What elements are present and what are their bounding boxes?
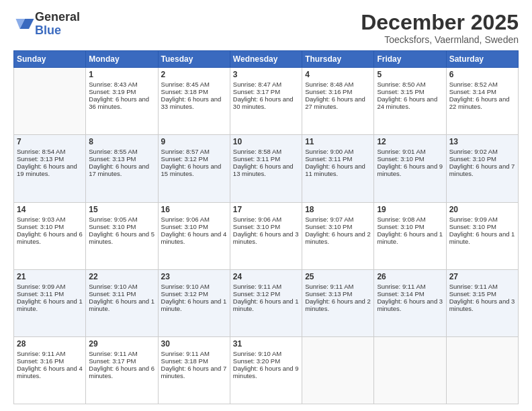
day-number: 2: [161, 70, 227, 79]
daylight-text: Daylight: 6 hours and 1 minute.: [89, 298, 154, 312]
calendar-cell: 9Sunrise: 8:57 AMSunset: 3:12 PMDaylight…: [158, 135, 230, 202]
daylight-text: Daylight: 6 hours and 4 minutes.: [161, 230, 227, 245]
calendar-cell: 10Sunrise: 8:58 AMSunset: 3:11 PMDayligh…: [230, 135, 302, 202]
calendar-cell: 7Sunrise: 8:54 AMSunset: 3:13 PMDaylight…: [14, 135, 86, 202]
sunrise-text: Sunrise: 8:48 AM: [305, 81, 371, 88]
day-header-friday: Friday: [374, 51, 446, 68]
calendar-cell: 30Sunrise: 9:11 AMSunset: 3:18 PMDayligh…: [158, 336, 230, 404]
calendar-cell: 1Sunrise: 8:43 AMSunset: 3:19 PMDaylight…: [86, 68, 158, 135]
day-number: 26: [377, 272, 443, 281]
daylight-text: Daylight: 6 hours and 1 minute.: [17, 298, 83, 312]
sunset-text: Sunset: 3:13 PM: [17, 155, 83, 163]
sunset-text: Sunset: 3:19 PM: [89, 88, 154, 95]
calendar-cell: 8Sunrise: 8:55 AMSunset: 3:13 PMDaylight…: [86, 135, 158, 202]
day-number: 9: [161, 137, 227, 146]
day-number: 19: [377, 205, 443, 214]
calendar-cell: 21Sunrise: 9:09 AMSunset: 3:11 PMDayligh…: [14, 269, 86, 336]
calendar-cell: 17Sunrise: 9:06 AMSunset: 3:10 PMDayligh…: [230, 202, 302, 269]
calendar-cell: 11Sunrise: 9:00 AMSunset: 3:11 PMDayligh…: [302, 135, 374, 202]
sunrise-text: Sunrise: 9:10 AM: [233, 350, 299, 357]
calendar-cell: 26Sunrise: 9:11 AMSunset: 3:14 PMDayligh…: [374, 269, 446, 336]
day-number: 14: [17, 205, 83, 214]
daylight-text: Daylight: 6 hours and 19 minutes.: [17, 163, 83, 177]
daylight-text: Daylight: 6 hours and 7 minutes.: [449, 163, 515, 177]
day-number: 13: [449, 137, 515, 146]
calendar-cell: 24Sunrise: 9:11 AMSunset: 3:12 PMDayligh…: [230, 269, 302, 336]
day-number: 24: [233, 272, 299, 281]
logo-icon: [15, 13, 35, 32]
day-number: 25: [305, 272, 371, 281]
sunset-text: Sunset: 3:11 PM: [17, 290, 83, 298]
calendar-cell: 6Sunrise: 8:52 AMSunset: 3:14 PMDaylight…: [446, 68, 518, 135]
logo-text: General Blue: [35, 11, 80, 38]
calendar-cell: [374, 336, 446, 404]
sunrise-text: Sunrise: 8:52 AM: [449, 81, 515, 88]
sunset-text: Sunset: 3:14 PM: [377, 290, 443, 298]
daylight-text: Daylight: 6 hours and 2 minutes.: [305, 230, 371, 245]
daylight-text: Daylight: 6 hours and 4 minutes.: [17, 365, 83, 379]
day-number: 15: [89, 205, 154, 214]
daylight-text: Daylight: 6 hours and 36 minutes.: [89, 95, 154, 110]
sunset-text: Sunset: 3:10 PM: [161, 223, 227, 230]
calendar-cell: 12Sunrise: 9:01 AMSunset: 3:10 PMDayligh…: [374, 135, 446, 202]
calendar-cell: 4Sunrise: 8:48 AMSunset: 3:16 PMDaylight…: [302, 68, 374, 135]
sunset-text: Sunset: 3:20 PM: [233, 357, 299, 365]
sunrise-text: Sunrise: 9:11 AM: [17, 350, 83, 357]
day-number: 21: [17, 272, 83, 281]
day-number: 17: [233, 205, 299, 214]
calendar-table: SundayMondayTuesdayWednesdayThursdayFrid…: [13, 50, 519, 404]
day-number: 8: [89, 137, 154, 146]
daylight-text: Daylight: 6 hours and 5 minutes.: [89, 230, 154, 245]
daylight-text: Daylight: 6 hours and 1 minute.: [161, 298, 227, 312]
daylight-text: Daylight: 6 hours and 1 minute.: [233, 298, 299, 312]
sunrise-text: Sunrise: 9:09 AM: [17, 283, 83, 290]
day-header-thursday: Thursday: [302, 51, 374, 68]
daylight-text: Daylight: 6 hours and 1 minute.: [377, 230, 443, 245]
calendar-cell: 15Sunrise: 9:05 AMSunset: 3:10 PMDayligh…: [86, 202, 158, 269]
day-number: 1: [89, 70, 154, 79]
day-number: 30: [161, 339, 227, 349]
day-number: 10: [233, 137, 299, 146]
sunset-text: Sunset: 3:15 PM: [377, 88, 443, 95]
sunrise-text: Sunrise: 8:57 AM: [161, 148, 227, 155]
sunrise-text: Sunrise: 9:03 AM: [17, 216, 83, 223]
sunset-text: Sunset: 3:10 PM: [377, 155, 443, 163]
sunset-text: Sunset: 3:11 PM: [305, 155, 371, 163]
sunrise-text: Sunrise: 9:11 AM: [377, 283, 443, 290]
sunset-text: Sunset: 3:15 PM: [449, 290, 515, 298]
sunrise-text: Sunrise: 8:58 AM: [233, 148, 299, 155]
sunrise-text: Sunrise: 9:06 AM: [161, 216, 227, 223]
daylight-text: Daylight: 6 hours and 1 minute.: [449, 230, 515, 245]
daylight-text: Daylight: 6 hours and 3 minutes.: [449, 298, 515, 312]
sunrise-text: Sunrise: 8:54 AM: [17, 148, 83, 155]
day-number: 22: [89, 272, 154, 281]
day-number: 29: [89, 339, 154, 349]
sunrise-text: Sunrise: 9:11 AM: [305, 283, 371, 290]
day-number: 20: [449, 205, 515, 214]
sunset-text: Sunset: 3:13 PM: [305, 290, 371, 298]
calendar-cell: 13Sunrise: 9:02 AMSunset: 3:10 PMDayligh…: [446, 135, 518, 202]
day-number: 5: [377, 70, 443, 79]
logo: General Blue: [13, 11, 80, 38]
week-row-2: 14Sunrise: 9:03 AMSunset: 3:10 PMDayligh…: [14, 202, 519, 269]
calendar-cell: 2Sunrise: 8:45 AMSunset: 3:18 PMDaylight…: [158, 68, 230, 135]
daylight-text: Daylight: 6 hours and 33 minutes.: [161, 95, 227, 110]
calendar-cell: 22Sunrise: 9:10 AMSunset: 3:11 PMDayligh…: [86, 269, 158, 336]
sunrise-text: Sunrise: 9:05 AM: [89, 216, 154, 223]
sunset-text: Sunset: 3:12 PM: [161, 155, 227, 163]
sunrise-text: Sunrise: 9:08 AM: [377, 216, 443, 223]
sunset-text: Sunset: 3:10 PM: [449, 155, 515, 163]
daylight-text: Daylight: 6 hours and 30 minutes.: [233, 95, 299, 110]
page: General Blue December 2025 Toecksfors, V…: [0, 0, 532, 411]
daylight-text: Daylight: 6 hours and 2 minutes.: [305, 298, 371, 312]
sunset-text: Sunset: 3:17 PM: [233, 88, 299, 95]
day-number: 6: [449, 70, 515, 79]
sunrise-text: Sunrise: 9:09 AM: [449, 216, 515, 223]
day-number: 28: [17, 339, 83, 349]
sunrise-text: Sunrise: 8:47 AM: [233, 81, 299, 88]
day-number: 3: [233, 70, 299, 79]
day-header-tuesday: Tuesday: [158, 51, 230, 68]
sunrise-text: Sunrise: 9:11 AM: [449, 283, 515, 290]
sunrise-text: Sunrise: 8:45 AM: [161, 81, 227, 88]
sunset-text: Sunset: 3:10 PM: [377, 223, 443, 230]
